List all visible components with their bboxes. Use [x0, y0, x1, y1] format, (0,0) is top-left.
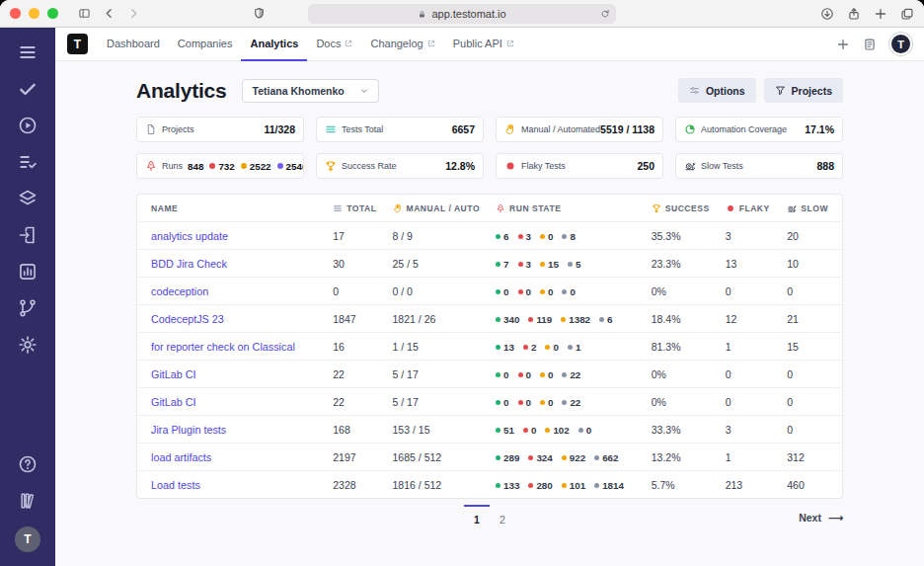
cell-manual-auto: 153 / 15 — [385, 416, 489, 444]
layers-icon[interactable] — [17, 188, 38, 209]
cell-run-state: 73155 — [488, 250, 644, 278]
cell-slow: 20 — [779, 222, 842, 250]
close-window-button[interactable] — [10, 8, 21, 19]
menu-icon[interactable] — [17, 41, 38, 63]
library-icon[interactable] — [17, 490, 38, 512]
tasks-icon[interactable] — [17, 151, 38, 173]
stats-cards: Projects 11/328 Tests Total 6657 Manual … — [136, 117, 843, 179]
project-link[interactable]: Jira Plugin tests — [151, 424, 226, 436]
project-link[interactable]: for reporter check on Classical — [151, 341, 295, 353]
passed-dot — [496, 262, 500, 267]
cell-success: 5.7% — [644, 471, 718, 499]
cell-flaky: 3 — [718, 416, 780, 444]
tab-overview-icon[interactable] — [900, 7, 914, 21]
project-link[interactable]: CodeceptJS 23 — [151, 313, 224, 325]
address-bar[interactable]: app.testomat.io — [308, 4, 616, 24]
share-icon[interactable] — [847, 7, 861, 21]
app-logo[interactable]: T — [67, 34, 88, 54]
pagination: 1 2 Next ⟶ — [136, 505, 843, 536]
cell-run-state: 34011913826 — [488, 305, 644, 333]
zoom-window-button[interactable] — [47, 8, 58, 19]
reload-icon[interactable] — [600, 9, 610, 19]
gear-icon[interactable] — [17, 334, 38, 356]
page-button-1[interactable]: 1 — [464, 505, 490, 526]
help-icon[interactable] — [17, 453, 38, 475]
project-link[interactable]: codeception — [151, 285, 208, 297]
cell-total: 30 — [325, 250, 384, 278]
cell-slow: 460 — [779, 471, 842, 499]
nav-item-analytics[interactable]: Analytics — [241, 28, 307, 61]
cell-run-state: 13201 — [488, 333, 644, 361]
document-icon — [145, 123, 157, 135]
project-link[interactable]: BDD Jira Check — [151, 258, 227, 270]
cell-manual-auto: 0 / 0 — [385, 278, 489, 305]
failed-dot — [523, 345, 528, 350]
project-link[interactable]: load artifacts — [151, 451, 211, 463]
stat-card-tests-total: Tests Total 6657 — [316, 117, 484, 142]
cell-success: 23.3% — [644, 250, 718, 278]
chevron-down-icon — [360, 87, 368, 95]
stat-value: 11/328 — [264, 123, 295, 135]
options-button[interactable]: Options — [678, 78, 756, 103]
other-dot — [568, 345, 573, 350]
other-dot — [562, 372, 567, 377]
failed-dot — [518, 289, 523, 294]
cell-slow: 0 — [779, 388, 842, 416]
project-link[interactable]: Load tests — [151, 479, 200, 491]
analytics-chart-icon[interactable] — [17, 261, 38, 283]
cell-flaky: 0 — [718, 278, 780, 305]
nav-item-docs[interactable]: Docs — [307, 28, 361, 61]
passed-dot — [496, 234, 500, 239]
user-avatar[interactable]: T — [889, 33, 912, 55]
branch-icon[interactable] — [17, 297, 38, 319]
passed-dot — [496, 372, 500, 377]
nav-item-companies[interactable]: Companies — [169, 28, 242, 61]
cell-success: 0% — [644, 388, 718, 416]
new-tab-icon[interactable] — [874, 7, 887, 21]
failed-dot — [528, 483, 533, 488]
cell-success: 33.3% — [644, 416, 718, 444]
table-row: GitLab CI 22 5 / 17 00022 0% 0 0 — [137, 361, 842, 388]
flaky-dot-icon — [504, 160, 516, 172]
user-filter-dropdown[interactable]: Tetiana Khomenko — [242, 79, 379, 103]
cell-run-state: 1332801011814 — [488, 471, 644, 499]
table-row: Load tests 2328 1816 / 512 1332801011814… — [137, 471, 842, 499]
nav-item-dashboard[interactable]: Dashboard — [98, 28, 169, 61]
cell-slow: 10 — [779, 250, 842, 278]
cell-total: 22 — [325, 361, 384, 388]
skipped-dot — [540, 234, 545, 239]
cell-run-state: 6308 — [488, 222, 644, 250]
sidebar-avatar[interactable]: T — [15, 526, 40, 552]
external-link-icon — [506, 40, 514, 47]
top-navbar: T Dashboard Companies Analytics Docs Cha… — [55, 28, 924, 61]
projects-filter-button[interactable]: Projects — [764, 78, 843, 103]
cell-total: 2328 — [325, 471, 384, 499]
forward-icon[interactable] — [127, 7, 140, 20]
project-link[interactable]: GitLab CI — [151, 368, 196, 380]
skipped-dot — [241, 163, 247, 169]
page-button-2[interactable]: 2 — [490, 505, 515, 526]
journal-icon[interactable] — [863, 38, 877, 51]
nav-item-changelog[interactable]: Changelog — [361, 28, 443, 61]
back-icon[interactable] — [103, 7, 116, 20]
skipped-dot — [540, 262, 545, 267]
sidebar-toggle-icon[interactable] — [78, 7, 91, 20]
downloads-icon[interactable] — [820, 7, 834, 21]
privacy-shield-icon[interactable] — [253, 7, 266, 20]
play-circle-icon[interactable] — [17, 115, 38, 136]
next-page-button[interactable]: Next ⟶ — [799, 512, 843, 524]
lock-icon — [418, 10, 426, 19]
failed-dot — [528, 455, 533, 460]
traffic-lights — [10, 8, 58, 19]
projects-table: NAME TOTAL MANUAL / AUTO RUN STATE SUCCE… — [136, 194, 843, 499]
check-icon[interactable] — [17, 78, 38, 100]
passed-dot — [496, 289, 500, 294]
add-icon[interactable] — [836, 38, 850, 51]
nav-item-public-api[interactable]: Public API — [444, 28, 523, 61]
stat-value: 250 — [637, 160, 654, 172]
cell-run-state: 0000 — [488, 278, 644, 305]
signin-icon[interactable] — [17, 224, 38, 246]
project-link[interactable]: analytics update — [151, 230, 228, 242]
minimize-window-button[interactable] — [29, 8, 39, 19]
project-link[interactable]: GitLab CI — [151, 396, 196, 408]
